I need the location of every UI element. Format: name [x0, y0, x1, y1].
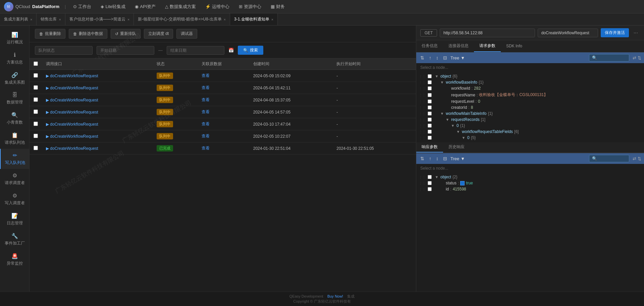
select-all-checkbox[interactable]: [34, 61, 38, 66]
save-activate-button[interactable]: 保存并激活: [601, 28, 629, 37]
tree-row-checkbox[interactable]: [428, 99, 432, 103]
tree-row-checkbox[interactable]: [428, 118, 432, 122]
resp-expand-icon-2[interactable]: ⇅: [638, 156, 641, 161]
tab-1[interactable]: 销售出库 ×: [37, 13, 65, 25]
expand-all-btn[interactable]: ⇅: [419, 54, 426, 61]
tree-row-checkbox[interactable]: [428, 130, 432, 134]
tree-row-checkbox[interactable]: [428, 124, 432, 128]
sidebar-item-event-factory[interactable]: 🔧 事件加工厂: [0, 229, 29, 250]
row-checkbox[interactable]: [34, 110, 38, 114]
iface-link[interactable]: ▶ doCreateWorkflowRequest: [46, 86, 149, 90]
resp-tab-params[interactable]: 响应参数: [416, 142, 443, 152]
sidebar-item-run-overview[interactable]: 📊 运行概况: [0, 28, 29, 48]
end-date-filter[interactable]: [167, 46, 224, 55]
tree-row-checkbox[interactable]: [428, 187, 432, 191]
nav-finance[interactable]: ▦ 财务: [269, 2, 287, 11]
tab-sdk-info[interactable]: SDK Info: [501, 41, 528, 52]
collapse-all-btn[interactable]: ↑: [428, 54, 433, 61]
tree-row[interactable]: ⋮⋮▼0 {1}: [416, 123, 644, 129]
iface-link[interactable]: ▶ doCreateWorkflowRequest: [46, 98, 149, 102]
schedule-button[interactable]: 立刻调度 dt: [144, 29, 173, 39]
tab-2[interactable]: 客户信息对接-小满——>简道云 ×: [65, 13, 134, 25]
tree-row-checkbox[interactable]: [428, 175, 432, 179]
view-related-link[interactable]: 查看: [202, 122, 210, 126]
tab-4[interactable]: 3-1.金螺收料通知单 ×: [230, 13, 278, 25]
tree-row[interactable]: ⋮⋮ status : true: [416, 180, 644, 186]
search-button[interactable]: 🔍 搜索: [238, 46, 263, 55]
iface-link[interactable]: ▶ doCreateWorkflowRequest: [46, 146, 149, 151]
debug-button[interactable]: 调试器: [176, 29, 197, 39]
tree-arrow-icon[interactable]: ▼: [461, 136, 466, 140]
queue-status-filter[interactable]: [35, 46, 93, 55]
expand-icon-1[interactable]: ⇄: [633, 55, 636, 60]
resp-expand-icon-1[interactable]: ⇄: [633, 156, 636, 161]
tab-request-params[interactable]: 请求参数: [474, 40, 501, 52]
footer-buy-now[interactable]: Buy Now!: [327, 294, 343, 298]
sidebar-item-integration-map[interactable]: 🔗 集成关系图: [0, 69, 29, 89]
requeue-button[interactable]: ↺ 重新排队: [111, 29, 141, 39]
view-related-link[interactable]: 查看: [202, 146, 210, 150]
tab-2-close[interactable]: ×: [127, 17, 129, 21]
sidebar-item-plan-info[interactable]: ℹ 方案信息: [0, 48, 29, 69]
tab-connector-info[interactable]: 连接器信息: [443, 40, 474, 52]
iface-link[interactable]: ▶ doCreateWorkflowRequest: [46, 134, 149, 139]
tree-row-checkbox[interactable]: [428, 105, 432, 110]
expand-icon-2[interactable]: ⇅: [638, 55, 641, 60]
sort-btn[interactable]: ↕: [435, 54, 440, 61]
tree-row-checkbox[interactable]: [428, 86, 432, 90]
filter-btn[interactable]: ⊟: [442, 54, 448, 61]
tree-row[interactable]: ⋮⋮▼workflowMainTableInfo {1}: [416, 111, 644, 117]
response-tree-search[interactable]: [589, 155, 629, 162]
sidebar-item-anomaly-monitor[interactable]: 🚨 异常监控: [0, 250, 29, 270]
nav-data-integration[interactable]: △ 数据集成方案: [163, 2, 198, 11]
tree-arrow-icon[interactable]: ▼: [440, 112, 444, 116]
sidebar-item-request-scheduler[interactable]: ⚙ 请求调度者: [0, 169, 29, 189]
row-checkbox[interactable]: [34, 146, 38, 150]
sidebar-item-log-mgmt[interactable]: 📝 日志管理: [0, 209, 29, 229]
tree-row[interactable]: ⋮⋮▼object {2}: [416, 174, 644, 180]
tree-row-checkbox[interactable]: [428, 74, 432, 78]
resp-sort-btn[interactable]: ↕: [435, 155, 440, 162]
view-related-link[interactable]: 查看: [202, 73, 210, 78]
iface-link[interactable]: ▶ doCreateWorkflowRequest: [46, 122, 149, 127]
sidebar-item-query[interactable]: 🔍 小青查数: [0, 108, 29, 129]
tree-row-checkbox[interactable]: [428, 80, 432, 84]
tree-row-checkbox[interactable]: [428, 181, 432, 185]
tree-row[interactable]: ⋮⋮▼requestRecords [1]: [416, 117, 644, 123]
tree-row-checkbox[interactable]: [428, 112, 432, 116]
tree-row[interactable]: ⋮⋮ creatorId : 8: [416, 104, 644, 111]
iface-link[interactable]: ▶ doCreateWorkflowRequest: [46, 74, 149, 78]
resp-tab-history[interactable]: 历史响应: [443, 142, 470, 152]
resp-collapse-all-btn[interactable]: ↑: [428, 155, 433, 162]
view-related-link[interactable]: 查看: [202, 134, 210, 138]
sidebar-item-request-queue[interactable]: 📋 请求队列池: [0, 129, 29, 149]
tree-row[interactable]: ⋮⋮▼workflowRequestTableFields [6]: [416, 129, 644, 135]
resp-tree-dropdown-icon[interactable]: ▼: [461, 156, 465, 161]
tab-0-close[interactable]: ×: [30, 17, 32, 21]
tab-task-info[interactable]: 任务信息: [416, 40, 443, 52]
tree-row-checkbox[interactable]: [428, 136, 432, 140]
tree-arrow-icon[interactable]: ▼: [456, 130, 461, 134]
view-related-link[interactable]: 查看: [202, 110, 210, 114]
request-tree-search[interactable]: [589, 54, 629, 61]
tree-row[interactable]: ⋮⋮▼object {6}: [416, 73, 644, 79]
tab-3-close[interactable]: ×: [224, 17, 226, 21]
tab-1-close[interactable]: ×: [59, 17, 61, 21]
resp-expand-all-btn[interactable]: ⇅: [419, 155, 426, 162]
view-related-link[interactable]: 查看: [202, 97, 210, 102]
row-checkbox[interactable]: [34, 85, 38, 90]
endpoint-input[interactable]: [538, 29, 598, 37]
nav-work-bench[interactable]: ⊙ 工作台: [71, 2, 93, 11]
tree-arrow-icon[interactable]: ▼: [434, 175, 439, 179]
sidebar-item-data-mgmt[interactable]: 🗄 数据管理: [0, 89, 29, 108]
tree-arrow-icon[interactable]: ▼: [445, 118, 450, 122]
tab-0[interactable]: 集成方案列表 ×: [0, 13, 37, 25]
nav-resources[interactable]: ⊞ 资源中心: [237, 2, 263, 11]
tree-row-checkbox[interactable]: [428, 93, 432, 97]
delete-selected-button[interactable]: 🗑 删除选中数据: [69, 29, 107, 39]
tree-arrow-icon[interactable]: ▼: [434, 74, 439, 78]
nav-lite[interactable]: ◈ Lite轻集成: [99, 2, 127, 11]
row-checkbox[interactable]: [34, 122, 38, 126]
nav-api[interactable]: ◉ API资产: [133, 2, 158, 11]
row-checkbox[interactable]: [34, 134, 38, 138]
